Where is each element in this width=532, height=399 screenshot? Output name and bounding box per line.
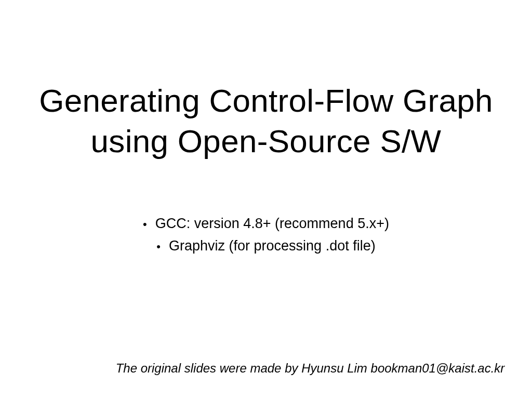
list-item: • Graphviz (for processing .dot file) (156, 238, 375, 254)
slide-container: Generating Control-Flow Graph using Open… (0, 0, 532, 399)
list-item: • GCC: version 4.8+ (recommend 5.x+) (143, 216, 389, 232)
footer-credit: The original slides were made by Hyunsu … (10, 361, 522, 383)
bullet-icon: • (156, 241, 161, 252)
bullet-icon: • (143, 219, 147, 230)
title-line-2: using Open-Source S/W (91, 123, 442, 159)
bullet-list: • GCC: version 4.8+ (recommend 5.x+) • G… (10, 216, 522, 254)
slide-title: Generating Control-Flow Graph using Open… (10, 81, 522, 161)
title-line-1: Generating Control-Flow Graph (39, 83, 493, 118)
bullet-text: GCC: version 4.8+ (recommend 5.x+) (155, 216, 389, 232)
bullet-text: Graphviz (for processing .dot file) (169, 238, 376, 254)
